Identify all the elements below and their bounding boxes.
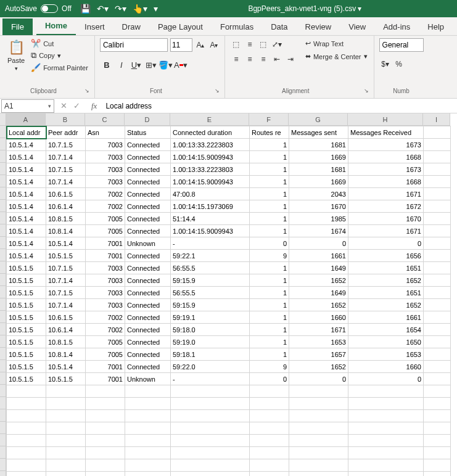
number-format-select[interactable] [379, 38, 424, 52]
cell[interactable]: 59:22.0 [171, 361, 250, 373]
align-left-button[interactable]: ≡ [230, 53, 242, 65]
cell[interactable] [7, 398, 46, 410]
wrap-text-button[interactable]: ↩Wrap Text [304, 38, 369, 49]
cell[interactable] [250, 385, 289, 398]
cell[interactable]: 10.6.1.5 [46, 311, 86, 324]
row-header[interactable] [0, 163, 6, 175]
cell[interactable]: 1.00:14:15.9009943 [171, 151, 250, 163]
cell[interactable]: 1671 [289, 324, 348, 336]
cell[interactable]: 47:00.8 [171, 188, 250, 200]
cell[interactable]: 1652 [348, 299, 424, 311]
cell[interactable]: 10.5.1.4 [46, 237, 86, 250]
cell[interactable] [125, 472, 171, 477]
cell[interactable]: 1.00:13:33.2223803 [171, 139, 250, 151]
cell[interactable]: 0 [289, 237, 348, 250]
cell[interactable]: 10.7.1.4 [46, 176, 86, 188]
cell[interactable] [46, 459, 86, 472]
cell[interactable]: 1 [250, 139, 289, 151]
row-header[interactable] [0, 348, 6, 360]
cell[interactable] [7, 435, 46, 447]
font-color-button[interactable]: A▾ [174, 58, 187, 72]
cell[interactable] [86, 385, 125, 398]
cell[interactable]: 1672 [348, 200, 424, 213]
cell[interactable]: Connected [125, 200, 171, 213]
cell[interactable] [424, 188, 451, 200]
cell[interactable]: 7005 [86, 225, 125, 237]
cell[interactable] [424, 163, 451, 176]
cell[interactable] [424, 176, 451, 188]
align-top-button[interactable]: ⬚ [230, 38, 242, 51]
cell[interactable]: 59:19.1 [171, 311, 250, 324]
cancel-formula-icon[interactable]: ✕ [60, 101, 67, 110]
header-cell[interactable]: Messages Received [348, 126, 424, 139]
cell[interactable] [171, 422, 250, 435]
tab-insert[interactable]: Insert [76, 18, 113, 35]
cell[interactable]: Connected [125, 225, 171, 237]
fill-color-button[interactable]: 🪣▾ [159, 58, 173, 72]
cell[interactable]: 1.00:13:33.2223803 [171, 163, 250, 176]
cell[interactable]: 1985 [289, 213, 348, 225]
cell[interactable]: 7001 [86, 373, 125, 385]
cell[interactable]: 1 [250, 274, 289, 287]
cell[interactable]: 10.5.1.4 [7, 139, 46, 151]
cell[interactable]: 1 [250, 348, 289, 361]
name-box[interactable]: A1 ▾ [1, 99, 54, 113]
cell[interactable] [46, 435, 86, 447]
cell[interactable] [424, 385, 451, 398]
cell[interactable]: 1674 [289, 225, 348, 237]
row-header[interactable] [0, 274, 6, 286]
cell[interactable]: 7002 [86, 324, 125, 336]
cell[interactable] [289, 435, 348, 447]
cell[interactable]: 0 [250, 373, 289, 385]
row-header[interactable] [0, 237, 6, 249]
cell[interactable] [424, 287, 451, 299]
cell[interactable]: 1652 [289, 361, 348, 373]
cell[interactable]: 7005 [86, 348, 125, 361]
cell[interactable]: 10.5.1.4 [7, 188, 46, 200]
cell[interactable] [424, 459, 451, 472]
header-cell[interactable]: Connected duration [171, 126, 250, 139]
cell[interactable] [289, 398, 348, 410]
cell[interactable]: 1 [250, 262, 289, 274]
cell[interactable]: Connected [125, 188, 171, 200]
cell[interactable]: 10.8.1.4 [46, 225, 86, 237]
bold-button[interactable]: B [100, 58, 113, 72]
cell[interactable] [424, 225, 451, 237]
cell[interactable]: 7003 [86, 163, 125, 176]
cell[interactable]: 10.5.1.4 [46, 361, 86, 373]
cell[interactable]: 10.5.1.5 [7, 361, 46, 373]
cell[interactable]: 10.6.1.5 [46, 188, 86, 200]
autosave-toggle[interactable]: AutoSave Off [5, 4, 72, 13]
cell[interactable] [250, 422, 289, 435]
cell[interactable]: 59:18.1 [171, 348, 250, 361]
borders-button[interactable]: ⊞▾ [144, 58, 158, 72]
cell[interactable] [125, 447, 171, 459]
cell[interactable] [7, 447, 46, 459]
cell[interactable]: 10.5.1.4 [7, 225, 46, 237]
cell[interactable]: 10.6.1.4 [46, 324, 86, 336]
cell[interactable] [424, 139, 451, 151]
cell[interactable]: 9 [250, 250, 289, 262]
column-header-G[interactable]: G [289, 113, 348, 126]
cell[interactable] [289, 385, 348, 398]
cell[interactable]: 59:15.9 [171, 299, 250, 311]
cell[interactable]: 59:22.1 [171, 250, 250, 262]
cell[interactable] [424, 262, 451, 274]
cell[interactable]: 1652 [289, 299, 348, 311]
tab-home[interactable]: Home [36, 17, 76, 35]
cell[interactable]: 10.8.1.4 [46, 348, 86, 361]
cell[interactable] [289, 447, 348, 459]
font-size-select[interactable] [170, 38, 192, 52]
row-header[interactable] [0, 446, 6, 459]
cell[interactable] [289, 459, 348, 472]
redo-icon[interactable]: ↷▾ [115, 4, 126, 14]
cell[interactable] [125, 410, 171, 422]
row-header[interactable] [0, 471, 6, 476]
cell[interactable] [86, 435, 125, 447]
italic-button[interactable]: I [115, 58, 128, 72]
row-header[interactable] [0, 187, 6, 200]
row-header[interactable] [0, 249, 6, 261]
cell[interactable]: 1670 [348, 213, 424, 225]
row-header[interactable] [0, 261, 6, 274]
cell[interactable]: 1661 [348, 311, 424, 324]
